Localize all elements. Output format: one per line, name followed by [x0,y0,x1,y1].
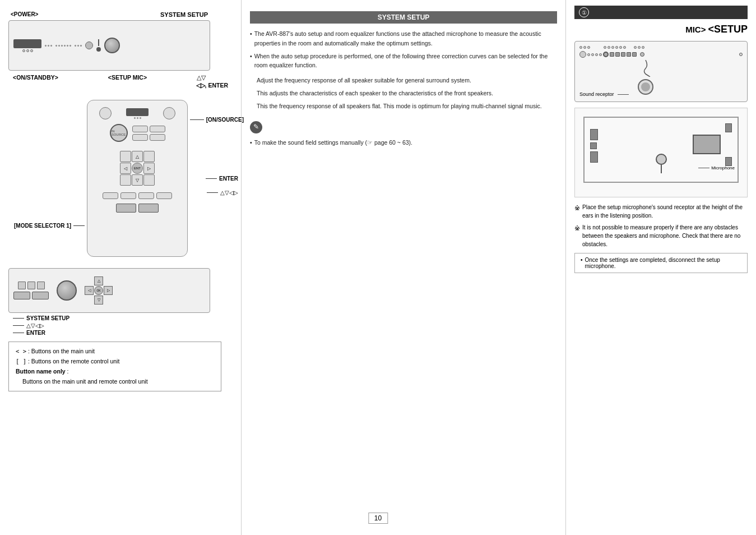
arrows2-label: ◁▷, ENTER [196,82,228,89]
legend-line1: < > : Buttons on the main unit [16,347,214,357]
sound-receptor-area: Sound receptor [579,91,629,97]
bu-arrows-line [13,325,24,326]
mic-jack-4 [621,52,625,57]
nav-down: ▽ [132,174,143,186]
remote-nav-grid: △ ◁ ENT ▷ ▽ [120,151,155,186]
unit-dot-1 [22,49,25,52]
mid-dot-3 [50,45,52,47]
mic-dt-4 [604,46,606,49]
mic-dm-1 [587,53,590,56]
tv-rect [693,135,721,154]
mic-dm-3 [595,53,598,56]
remote-wrapper: INSOURCE [87,94,188,262]
remote-source-knob: INSOURCE [110,124,128,142]
nav-up: △ [132,151,143,162]
nav-right: ▷ [143,163,155,174]
rtdot-2 [137,117,138,119]
volume-knob[interactable] [104,38,120,53]
remote-btn-1 [99,107,112,119]
note-text-2: It is not possible to measure properly i… [582,223,748,248]
speaker-front-right [590,151,598,163]
unit-right-dots [55,45,71,47]
mic-spacer2 [627,46,633,49]
rdot-3 [61,45,63,47]
main-unit-top-diagram [8,20,210,71]
mic-dm-4 [599,53,602,56]
bottom-unit-label-block: SYSTEM SETUP △▽◁▷ ENTER [13,315,233,336]
remote-btn-row1 [132,126,165,132]
mic-dt-6 [611,46,614,49]
speaker-rear-left [725,123,732,132]
top-labels-row: <POWER> SYSTEM SETUP [8,11,210,18]
on-source-line [190,119,204,120]
unit-dots-row [22,49,33,52]
mid-bullet-text-2: When the auto setup procedure is perform… [254,52,557,71]
microphone-label-area: Microphone [698,165,735,170]
remote-btn-row2 [132,134,165,141]
remote-brect-1 [132,126,148,132]
room-inner-box: Microphone [583,117,739,183]
microphone-label-text: Microphone [711,165,735,170]
speaker-rear-right [725,157,732,166]
nav-empty-1 [120,151,131,162]
mode-sel-label-area: [MODE SELECTOR 1] [14,223,85,229]
cluster-dot-3 [80,45,82,47]
speaker-front-left [590,129,598,140]
mic-spacer [591,46,602,49]
mic-dt-9 [623,46,626,49]
mid-header-text: SYSTEM SETUP [378,13,430,21]
cluster-dot-1 [75,45,76,47]
bullet-sym-1: • [250,29,252,48]
bottom-unit-diagram: △ ◁ OK ▷ ▽ [8,268,210,313]
receptor-line [618,94,629,95]
mid-correction-3: This the frequency response of all speak… [257,102,557,111]
power-label: <POWER> [11,11,38,18]
bu-enter-label: ENTER [26,330,45,336]
mode-selector-label: [MODE SELECTOR 1] [14,223,71,229]
mic-sm-circle [640,52,644,57]
legend-line4: Buttons on the main unit and remote cont… [16,377,214,387]
bu-nav-down: ▽ [94,296,103,305]
mid-bullet-text-1: The AVR-887's auto setup and room equali… [254,29,557,48]
rtdot-3 [140,117,141,119]
cluster-dot-2 [77,45,79,47]
remote-diagram: INSOURCE [87,100,188,257]
mid-header: SYSTEM SETUP [250,11,557,24]
on-source-label: [ON/SOURCE] [206,117,244,123]
bu-sys-setup-row: SYSTEM SETUP [13,315,233,321]
right-notes: ※ Place the setup microphone's sound rec… [574,203,748,248]
bu-enter-row: ENTER [13,330,233,336]
note-bullet-sym: • [250,138,252,147]
bu-sq-3 [37,282,45,289]
bullet-sym-2: • [250,52,252,71]
bu-sys-line [13,318,24,319]
mid-note-bullet: • To make the sound field settings manua… [250,138,557,147]
disconnect-inner: • Once the settings are completed, disco… [581,257,741,269]
unit-mid-dots [45,45,52,47]
enter-line [206,178,217,179]
left-column: <POWER> SYSTEM SETUP [0,0,241,535]
mid-dot-2 [48,45,49,47]
mode-sel-line [73,225,85,226]
mic-device-box: Sound receptor [574,41,748,102]
note-asterisk-2: ※ [574,223,580,248]
legend-box: < > : Buttons on the main unit [ ] : But… [8,342,221,391]
setup-title-text: <SETUP [708,24,748,35]
setup-mic-label: <SETUP MIC> [108,74,147,81]
mic-dt-3 [587,46,590,49]
remote-section: INSOURCE [42,94,233,262]
unit-dot-3 [30,49,33,52]
sound-receptor-label: Sound receptor [579,91,614,97]
remote-source-area: INSOURCE [110,124,165,142]
nav-enter[interactable]: ENT [132,163,143,174]
receptor-inner [641,82,650,91]
bu-nav-area: △ ◁ OK ▷ ▽ [85,276,113,305]
room-diagram: Microphone [574,108,748,197]
mic-dt-1 [579,46,582,49]
remote-brect-3 [132,134,148,141]
unit-display-rect [13,39,41,48]
bottom-unit-labels: <ON/STANDBY> <SETUP MIC> △▽ [8,73,210,82]
remote-lbrect-3 [138,192,154,199]
remote-lbrect-4 [156,192,172,199]
mic-stand-circle [656,154,667,165]
